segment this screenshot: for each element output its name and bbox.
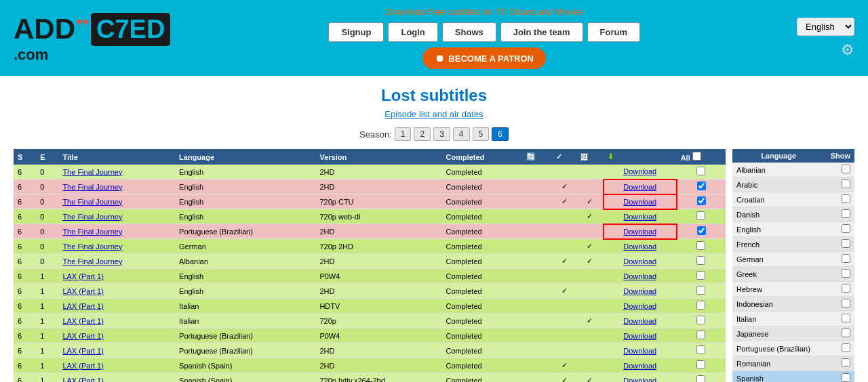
cell-title[interactable]: The Final Journey <box>58 254 175 269</box>
row-checkbox[interactable] <box>696 286 705 295</box>
download-link[interactable]: Download <box>623 257 656 266</box>
settings-icon[interactable]: ⚙ <box>841 41 854 59</box>
cell-download[interactable]: Download <box>604 224 677 239</box>
sidebar-lang-checkbox-cell[interactable] <box>825 267 854 282</box>
select-all-checkbox[interactable] <box>692 152 701 161</box>
cell-download[interactable]: Download <box>604 165 677 179</box>
cell-title[interactable]: LAX (Part 1) <box>58 328 175 343</box>
download-link[interactable]: Download <box>623 347 656 355</box>
language-select[interactable]: English Spanish French German Italian <box>797 18 854 36</box>
cell-download[interactable]: Download <box>604 314 677 328</box>
join-team-button[interactable]: Join the team <box>500 22 583 42</box>
cell-checkbox[interactable] <box>677 209 726 224</box>
cell-title[interactable]: The Final Journey <box>58 179 175 194</box>
sidebar-lang-checkbox-cell[interactable] <box>825 207 854 222</box>
cell-download[interactable]: Download <box>604 358 677 373</box>
cell-download[interactable]: Download <box>604 373 677 383</box>
sidebar-lang-checkbox[interactable] <box>842 328 850 337</box>
row-checkbox[interactable] <box>696 301 705 310</box>
sidebar-lang-checkbox[interactable] <box>842 299 850 307</box>
patron-button[interactable]: ⏺ BECOME A PATRON <box>422 47 546 69</box>
row-checkbox[interactable] <box>697 196 706 205</box>
cell-download[interactable]: Download <box>604 179 677 194</box>
sidebar-lang-checkbox-cell[interactable] <box>825 282 854 297</box>
sidebar-lang-checkbox[interactable] <box>842 179 850 188</box>
sidebar-lang-checkbox-cell[interactable] <box>825 237 854 252</box>
cell-title[interactable]: LAX (Part 1) <box>58 269 175 284</box>
row-checkbox[interactable] <box>696 375 705 382</box>
sidebar-lang-checkbox-cell[interactable] <box>825 297 854 312</box>
cell-checkbox[interactable] <box>677 269 726 284</box>
signup-button[interactable]: Signup <box>328 22 384 42</box>
sidebar-lang-checkbox[interactable] <box>842 254 850 263</box>
season-btn-1[interactable]: 1 <box>395 127 412 141</box>
season-btn-2[interactable]: 2 <box>414 127 431 141</box>
cell-checkbox[interactable] <box>677 239 726 254</box>
row-checkbox[interactable] <box>696 271 705 280</box>
login-button[interactable]: Login <box>388 22 437 42</box>
shows-button[interactable]: Shows <box>442 22 496 42</box>
row-checkbox[interactable] <box>697 182 706 190</box>
row-checkbox[interactable] <box>696 331 705 339</box>
cell-download[interactable]: Download <box>604 284 677 299</box>
cell-download[interactable]: Download <box>604 239 677 254</box>
download-link[interactable]: Download <box>623 287 656 295</box>
download-link[interactable]: Download <box>623 317 656 325</box>
season-btn-3[interactable]: 3 <box>433 127 450 141</box>
cell-download[interactable]: Download <box>604 343 677 358</box>
cell-download[interactable]: Download <box>604 269 677 284</box>
cell-checkbox[interactable] <box>677 358 726 373</box>
download-link[interactable]: Download <box>623 302 656 310</box>
cell-checkbox[interactable] <box>677 284 726 299</box>
sidebar-lang-checkbox-cell[interactable] <box>825 177 854 192</box>
download-link[interactable]: Download <box>623 332 656 340</box>
row-checkbox[interactable] <box>696 345 705 354</box>
sidebar-lang-checkbox-cell[interactable] <box>825 371 854 383</box>
episode-link[interactable]: Episode list and air dates <box>14 109 854 119</box>
cell-checkbox[interactable] <box>677 299 726 314</box>
cell-title[interactable]: LAX (Part 1) <box>58 358 175 373</box>
cell-title[interactable]: The Final Journey <box>58 224 175 239</box>
row-checkbox[interactable] <box>696 241 705 250</box>
sidebar-lang-checkbox[interactable] <box>842 373 850 382</box>
cell-checkbox[interactable] <box>677 165 726 179</box>
sidebar-lang-checkbox[interactable] <box>842 358 850 367</box>
sidebar-lang-checkbox-cell[interactable] <box>825 163 854 177</box>
download-link[interactable]: Download <box>623 167 656 175</box>
cell-title[interactable]: The Final Journey <box>58 165 175 179</box>
cell-title[interactable]: The Final Journey <box>58 239 175 254</box>
season-btn-5[interactable]: 5 <box>473 127 490 141</box>
forum-button[interactable]: Forum <box>587 22 640 42</box>
cell-checkbox[interactable] <box>677 373 726 383</box>
download-link[interactable]: Download <box>623 228 656 236</box>
download-link[interactable]: Download <box>623 242 656 251</box>
sidebar-lang-checkbox[interactable] <box>842 194 850 203</box>
cell-title[interactable]: LAX (Part 1) <box>58 299 175 314</box>
download-link[interactable]: Download <box>623 377 656 383</box>
row-checkbox[interactable] <box>696 167 705 175</box>
cell-checkbox[interactable] <box>677 179 726 194</box>
row-checkbox[interactable] <box>696 211 705 220</box>
season-btn-6[interactable]: 6 <box>492 127 509 141</box>
download-link[interactable]: Download <box>623 213 656 221</box>
cell-title[interactable]: LAX (Part 1) <box>58 314 175 328</box>
sidebar-lang-checkbox-cell[interactable] <box>825 222 854 237</box>
download-link[interactable]: Download <box>623 198 656 206</box>
cell-download[interactable]: Download <box>604 209 677 224</box>
cell-checkbox[interactable] <box>677 328 726 343</box>
download-link[interactable]: Download <box>623 272 656 280</box>
season-btn-4[interactable]: 4 <box>453 127 470 141</box>
cell-title[interactable]: LAX (Part 1) <box>58 373 175 383</box>
sidebar-lang-checkbox[interactable] <box>842 239 850 248</box>
download-link[interactable]: Download <box>623 362 656 370</box>
row-checkbox[interactable] <box>697 226 706 235</box>
row-checkbox[interactable] <box>696 316 705 324</box>
cell-checkbox[interactable] <box>677 343 726 358</box>
cell-checkbox[interactable] <box>677 224 726 239</box>
cell-download[interactable]: Download <box>604 194 677 209</box>
sidebar-lang-checkbox-cell[interactable] <box>825 192 854 207</box>
cell-download[interactable]: Download <box>604 254 677 269</box>
cell-title[interactable]: LAX (Part 1) <box>58 284 175 299</box>
cell-download[interactable]: Download <box>604 328 677 343</box>
cell-checkbox[interactable] <box>677 314 726 328</box>
